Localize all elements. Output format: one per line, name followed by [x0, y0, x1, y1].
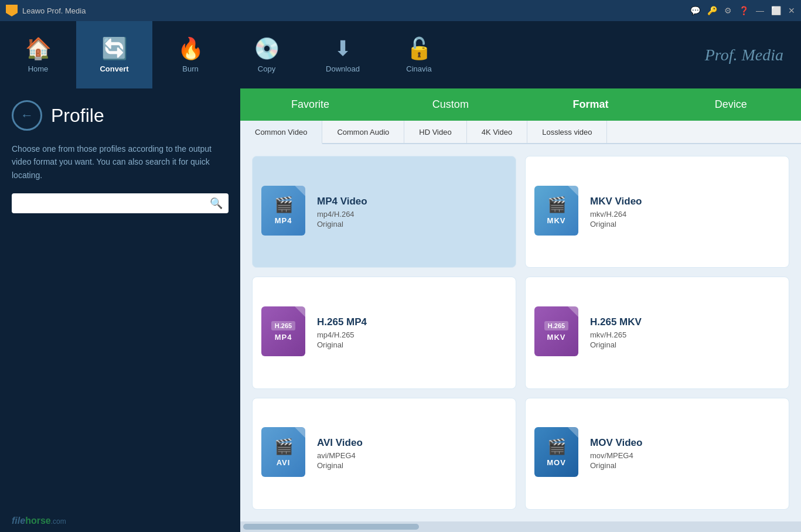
back-button[interactable]: ←	[12, 100, 42, 131]
nav-bar: 🏠 Home 🔄 Convert 🔥 Burn 💿 Copy ⬇ Downloa…	[0, 21, 801, 88]
format-info-h265mkv: H.265 MKV mkv/H.265 Original	[590, 316, 780, 349]
copy-icon: 💿	[254, 36, 280, 61]
app-logo	[6, 5, 18, 16]
download-icon: ⬇	[334, 36, 352, 61]
nav-cinavia-label: Cinavia	[406, 64, 431, 73]
format-codec-h265mkv: mkv/H.265	[590, 330, 780, 339]
mov-label: MOV	[547, 458, 566, 467]
format-icon-h265mkv: H.265 MKV	[534, 306, 581, 359]
reel-icon-mov: 🎬	[547, 438, 566, 456]
format-info-h265mp4: H.265 MP4 mp4/H.265 Original	[317, 316, 507, 349]
profile-header: ← Profile	[12, 100, 229, 131]
format-codec-mp4: mp4/H.264	[317, 210, 507, 219]
convert-icon: 🔄	[101, 36, 128, 61]
sub-tab-bar: Common Video Common Audio HD Video 4K Vi…	[240, 121, 801, 144]
format-name-mkv: MKV Video	[590, 196, 780, 207]
format-icon-mp4: 🎬 MP4	[261, 186, 308, 238]
nav-download[interactable]: ⬇ Download	[305, 21, 381, 88]
subtab-4k-video[interactable]: 4K Video	[467, 121, 528, 143]
format-quality-h265mkv: Original	[590, 340, 780, 349]
format-icon-avi: 🎬 AVI	[261, 427, 308, 480]
format-info-mkv: MKV Video mkv/H.264 Original	[590, 196, 780, 229]
nav-burn[interactable]: 🔥 Burn	[152, 21, 229, 88]
title-bar: Leawo Prof. Media 💬 🔑 ⚙ ❓ — ⬜ ✕	[0, 0, 801, 21]
chat-icon[interactable]: 💬	[690, 6, 700, 15]
format-card-avi-video[interactable]: 🎬 AVI AVI Video avi/MPEG4 Original	[252, 398, 516, 510]
mp4-icon-bg: 🎬 MP4	[261, 186, 305, 236]
settings-icon[interactable]: ⚙	[724, 6, 732, 15]
format-quality-mkv: Original	[590, 220, 780, 229]
format-codec-avi: avi/MPEG4	[317, 451, 507, 460]
nav-burn-label: Burn	[182, 64, 198, 73]
h265mkv-icon-bg: H.265 MKV	[534, 306, 578, 356]
main-content: ← Profile Choose one from those profiles…	[0, 88, 801, 532]
tab-device[interactable]: Device	[661, 88, 801, 121]
minimize-button[interactable]: —	[756, 6, 764, 15]
format-name-avi: AVI Video	[317, 437, 507, 449]
profile-title: Profile	[51, 105, 104, 127]
burn-icon: 🔥	[178, 36, 204, 61]
format-codec-mkv: mkv/H.264	[590, 210, 780, 219]
nav-home-label: Home	[28, 64, 49, 73]
subtab-common-audio[interactable]: Common Audio	[322, 121, 404, 143]
format-card-h265-mp4[interactable]: H.265 MP4 H.265 MP4 mp4/H.265 Original	[252, 277, 516, 388]
reel-icon: 🎬	[547, 196, 566, 214]
format-quality-h265mp4: Original	[317, 340, 507, 349]
horizontal-scrollbar[interactable]	[240, 521, 801, 532]
nav-convert[interactable]: 🔄 Convert	[76, 21, 152, 88]
right-panel: Favorite Custom Format Device Common Vid…	[240, 88, 801, 532]
format-codec-mov: mov/MPEG4	[590, 451, 780, 460]
tab-bar: Favorite Custom Format Device	[240, 88, 801, 121]
subtab-lossless-video[interactable]: Lossless video	[527, 121, 607, 143]
reel-icon-avi: 🎬	[274, 438, 293, 456]
mkv-icon-bg: 🎬 MKV	[534, 186, 578, 236]
tab-format[interactable]: Format	[521, 88, 661, 121]
nav-home[interactable]: 🏠 Home	[0, 21, 76, 88]
search-icon[interactable]: 🔍	[210, 197, 223, 210]
nav-cinavia[interactable]: 🔓 Cinavia	[381, 21, 457, 88]
format-card-mov-video[interactable]: 🎬 MOV MOV Video mov/MPEG4 Original	[525, 398, 789, 510]
format-card-h265-mkv[interactable]: H.265 MKV H.265 MKV mkv/H.265 Original	[525, 277, 789, 388]
format-grid: 🎬 MP4 MP4 Video mp4/H.264 Original 🎬 MKV	[240, 144, 801, 521]
h265mp4-icon-bg: H.265 MP4	[261, 306, 305, 356]
reel-icon: 🎬	[274, 196, 293, 214]
nav-copy[interactable]: 💿 Copy	[229, 21, 305, 88]
format-name-mov: MOV Video	[590, 437, 780, 449]
tab-custom[interactable]: Custom	[380, 88, 520, 121]
cinavia-icon: 🔓	[406, 36, 432, 61]
nav-download-label: Download	[326, 64, 360, 73]
format-info-mp4: MP4 Video mp4/H.264 Original	[317, 196, 507, 229]
search-box: 🔍	[12, 193, 229, 213]
format-name-h265mkv: H.265 MKV	[590, 316, 780, 328]
format-info-mov: MOV Video mov/MPEG4 Original	[590, 437, 780, 470]
format-codec-h265mp4: mp4/H.265	[317, 330, 507, 339]
home-icon: 🏠	[25, 36, 52, 61]
subtab-common-video[interactable]: Common Video	[240, 121, 322, 144]
app-title: Leawo Prof. Media	[22, 6, 86, 15]
scrollbar-thumb[interactable]	[243, 524, 419, 530]
h265-badge-mkv: H.265	[544, 321, 568, 330]
help-icon[interactable]: ❓	[739, 6, 749, 15]
format-quality-avi: Original	[317, 461, 507, 470]
h265mp4-label: MP4	[275, 333, 292, 342]
format-icon-h265mp4: H.265 MP4	[261, 306, 308, 359]
subtab-hd-video[interactable]: HD Video	[404, 121, 466, 143]
format-card-mkv-video[interactable]: 🎬 MKV MKV Video mkv/H.264 Original	[525, 156, 789, 268]
tab-favorite[interactable]: Favorite	[240, 88, 380, 121]
nav-copy-label: Copy	[258, 64, 275, 73]
filehorse-watermark: filehorse.com	[12, 516, 66, 526]
maximize-button[interactable]: ⬜	[771, 6, 781, 15]
format-info-avi: AVI Video avi/MPEG4 Original	[317, 437, 507, 470]
key-icon[interactable]: 🔑	[707, 6, 717, 15]
mp4-label: MP4	[275, 216, 292, 225]
format-icon-mkv: 🎬 MKV	[534, 186, 581, 238]
format-quality-mov: Original	[590, 461, 780, 470]
brand-logo: Prof. Media	[705, 46, 783, 64]
format-card-mp4-video[interactable]: 🎬 MP4 MP4 Video mp4/H.264 Original	[252, 156, 516, 268]
search-input[interactable]	[18, 199, 205, 208]
close-button[interactable]: ✕	[788, 6, 795, 15]
h265-badge: H.265	[271, 321, 295, 330]
mkv-label: MKV	[547, 216, 566, 225]
profile-description: Choose one from those profiles according…	[12, 142, 229, 182]
mov-icon-bg: 🎬 MOV	[534, 427, 578, 477]
